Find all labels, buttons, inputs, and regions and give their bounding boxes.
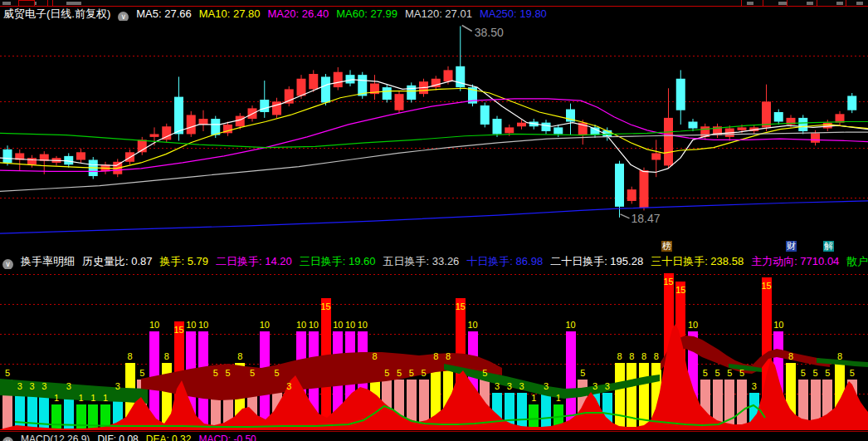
svg-text:3: 3 xyxy=(66,381,71,391)
event-badge[interactable]: 榜 xyxy=(661,241,672,252)
indicator-value: 换手: 5.79 xyxy=(160,255,209,267)
indicator-value: 三日换手: 19.60 xyxy=(300,255,376,267)
svg-text:3: 3 xyxy=(41,381,46,391)
svg-text:8: 8 xyxy=(372,351,377,361)
svg-text:1: 1 xyxy=(531,393,536,403)
svg-text:5: 5 xyxy=(739,368,744,378)
svg-text:10: 10 xyxy=(358,320,368,330)
stock-header-row: 威贸电子(日线.前复权)∨MA5: 27.66MA10: 27.80MA20: … xyxy=(3,7,868,21)
svg-text:10: 10 xyxy=(688,320,698,330)
chevron-down-icon[interactable]: ∨ xyxy=(2,259,13,269)
svg-text:5: 5 xyxy=(727,368,732,378)
svg-text:3: 3 xyxy=(507,381,512,391)
svg-text:5: 5 xyxy=(250,368,255,378)
indicator-value: 主力动向: 7710.04 xyxy=(751,255,839,267)
svg-text:5: 5 xyxy=(482,368,487,378)
svg-text:5: 5 xyxy=(801,368,806,378)
svg-text:3: 3 xyxy=(17,381,22,391)
svg-text:1: 1 xyxy=(78,393,83,403)
svg-text:10: 10 xyxy=(198,320,208,330)
svg-text:38.50: 38.50 xyxy=(475,26,504,39)
indicator-value: 二日换手: 14.20 xyxy=(216,255,292,267)
page-title: 威贸电子(日线.前复权) xyxy=(3,7,110,20)
svg-text:1: 1 xyxy=(54,393,59,403)
svg-text:10: 10 xyxy=(333,320,343,330)
svg-text:10: 10 xyxy=(260,320,270,330)
svg-text:15: 15 xyxy=(663,277,673,287)
svg-text:18.47: 18.47 xyxy=(631,212,661,225)
svg-text:8: 8 xyxy=(237,351,242,361)
svg-text:3: 3 xyxy=(519,381,524,391)
svg-text:5: 5 xyxy=(714,368,719,378)
indicator-value: 十日换手: 86.98 xyxy=(466,255,543,267)
svg-text:15: 15 xyxy=(761,281,771,291)
svg-text:10: 10 xyxy=(296,320,306,330)
ma-value: MA60: 27.99 xyxy=(336,7,397,20)
chevron-down-icon[interactable]: ∨ xyxy=(2,437,13,441)
macd-value: DIF: 0.08 xyxy=(97,434,138,441)
svg-text:5: 5 xyxy=(397,368,402,378)
svg-text:3: 3 xyxy=(115,381,120,391)
macd-value: MACD: -0.50 xyxy=(198,434,256,441)
svg-text:8: 8 xyxy=(127,351,132,361)
svg-text:5: 5 xyxy=(5,368,10,378)
svg-text:8: 8 xyxy=(837,351,842,361)
indicator-value: 历史量比: 0.87 xyxy=(82,255,153,267)
svg-text:8: 8 xyxy=(164,351,169,361)
svg-text:3: 3 xyxy=(544,381,549,391)
svg-text:3: 3 xyxy=(286,381,291,391)
indicator-value: 五日换手: 33.26 xyxy=(383,255,460,267)
ma-value: MA250: 19.80 xyxy=(480,7,547,20)
svg-text:5: 5 xyxy=(409,368,414,378)
svg-text:1: 1 xyxy=(103,393,108,403)
svg-text:15: 15 xyxy=(675,285,685,295)
svg-text:15: 15 xyxy=(320,301,330,311)
svg-text:5: 5 xyxy=(421,368,426,378)
svg-text:8: 8 xyxy=(446,351,451,361)
svg-text:10: 10 xyxy=(345,320,355,330)
svg-text:5: 5 xyxy=(825,368,830,378)
svg-text:10: 10 xyxy=(773,320,783,330)
indicator-readout: 换手率明细历史量比: 0.87换手: 5.79二日换手: 14.20三日换手: … xyxy=(21,255,868,267)
svg-text:5: 5 xyxy=(274,368,279,378)
ma-value: MA10: 27.80 xyxy=(199,7,261,20)
svg-text:3: 3 xyxy=(29,381,34,391)
svg-text:3: 3 xyxy=(605,381,610,391)
svg-text:8: 8 xyxy=(629,351,634,361)
indicator-value: 换手率明细 xyxy=(21,255,75,267)
svg-text:1: 1 xyxy=(90,393,95,403)
svg-text:8: 8 xyxy=(433,351,438,361)
svg-text:5: 5 xyxy=(812,368,817,378)
svg-text:15: 15 xyxy=(173,325,183,335)
macd-value: DEA: 0.32 xyxy=(146,434,192,441)
svg-text:1: 1 xyxy=(556,393,561,403)
indicator-value: 散户动向: 5996.70 xyxy=(846,255,868,267)
svg-text:5: 5 xyxy=(139,368,144,378)
event-badge[interactable]: 财 xyxy=(786,241,797,252)
svg-text:10: 10 xyxy=(309,320,319,330)
svg-text:10: 10 xyxy=(565,320,575,330)
svg-text:5: 5 xyxy=(580,368,585,378)
svg-text:10: 10 xyxy=(186,320,196,330)
svg-text:5: 5 xyxy=(225,368,230,378)
svg-text:8: 8 xyxy=(641,351,646,361)
svg-text:3: 3 xyxy=(752,381,757,391)
svg-text:10: 10 xyxy=(149,320,159,330)
svg-text:5: 5 xyxy=(213,368,218,378)
svg-text:8: 8 xyxy=(788,351,793,361)
indicator-header-row: ∨换手率明细历史量比: 0.87换手: 5.79二日换手: 14.20三日换手:… xyxy=(2,254,868,269)
indicator-value: 二十日换手: 195.28 xyxy=(550,255,643,267)
ma-value: MA120: 27.01 xyxy=(405,7,472,20)
event-badge[interactable]: 解 xyxy=(823,241,834,252)
svg-text:10: 10 xyxy=(467,320,477,330)
svg-text:8: 8 xyxy=(617,351,622,361)
ma-readout: MA5: 27.66MA10: 27.80MA20: 26.40MA60: 27… xyxy=(136,7,554,20)
ma-value: MA20: 26.40 xyxy=(268,7,329,20)
svg-text:5: 5 xyxy=(703,368,708,378)
svg-text:5: 5 xyxy=(850,368,855,378)
chart-canvas[interactable]: 5333131113851081510105585105310101510101… xyxy=(0,0,868,441)
svg-text:5: 5 xyxy=(384,368,389,378)
svg-text:3: 3 xyxy=(592,381,597,391)
chevron-down-icon[interactable]: ∨ xyxy=(118,12,129,21)
svg-text:15: 15 xyxy=(456,301,466,311)
